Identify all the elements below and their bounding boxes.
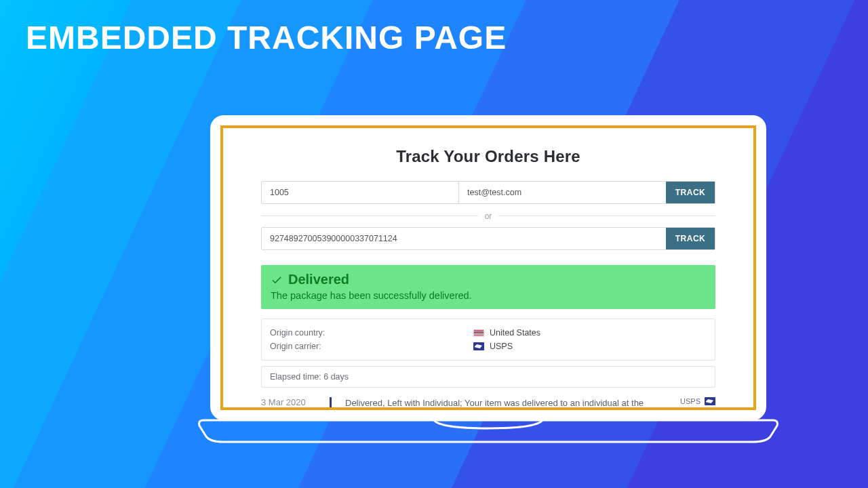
tracking-number-input[interactable]: [262, 228, 666, 249]
origin-country-value: United States: [490, 328, 540, 338]
status-banner: Delivered The package has been successfu…: [261, 265, 715, 309]
elapsed-time-box: Elapsed time: 6 days: [261, 366, 715, 388]
event-description: Delivered, Left with Individual; Your it…: [345, 397, 665, 410]
origin-country-value-wrap: United States: [473, 328, 540, 338]
screen-inner: Track Your Orders Here TRACK or TRACK: [220, 125, 756, 410]
origin-info-box: Origin country: United States Origin car…: [261, 319, 715, 361]
tracking-number-row: TRACK: [261, 227, 715, 250]
track-button-bottom[interactable]: TRACK: [666, 228, 715, 249]
event-carrier: USPS: [675, 397, 715, 405]
widget-title: Track Your Orders Here: [261, 147, 715, 166]
origin-carrier-row: Origin carrier: USPS: [270, 340, 707, 353]
timeline-icon: [325, 397, 336, 410]
usps-icon: [705, 397, 715, 405]
event-carrier-label: USPS: [680, 397, 701, 405]
track-button-top[interactable]: TRACK: [666, 182, 715, 203]
laptop-base: [197, 416, 780, 443]
origin-carrier-label: Origin carrier:: [270, 342, 473, 351]
event-date: 3 Mar 2020: [261, 397, 315, 407]
usps-icon: [473, 342, 484, 350]
status-title: Delivered: [288, 272, 349, 287]
or-label: or: [478, 211, 499, 221]
origin-country-label: Origin country:: [270, 328, 473, 338]
order-number-input[interactable]: [262, 182, 458, 203]
status-subtitle: The package has been successfully delive…: [271, 290, 706, 301]
screen-frame: Track Your Orders Here TRACK or TRACK: [210, 115, 766, 420]
order-email-row: TRACK: [261, 181, 715, 204]
email-input[interactable]: [459, 182, 666, 203]
or-separator: or: [261, 209, 715, 222]
laptop-frame: Track Your Orders Here TRACK or TRACK: [197, 115, 780, 468]
tracking-widget: Track Your Orders Here TRACK or TRACK: [223, 128, 753, 410]
check-icon: [271, 274, 283, 286]
us-flag-icon: [473, 329, 484, 337]
status-title-row: Delivered: [271, 272, 706, 287]
origin-carrier-value-wrap: USPS: [473, 342, 513, 351]
origin-country-row: Origin country: United States: [270, 326, 707, 340]
origin-carrier-value: USPS: [490, 342, 513, 351]
tracking-event: 3 Mar 2020 09:51 Delivered, Left with In…: [261, 397, 715, 410]
event-datetime: 3 Mar 2020 09:51: [261, 397, 315, 410]
page-headline: EMBEDDED TRACKING PAGE: [26, 19, 507, 56]
